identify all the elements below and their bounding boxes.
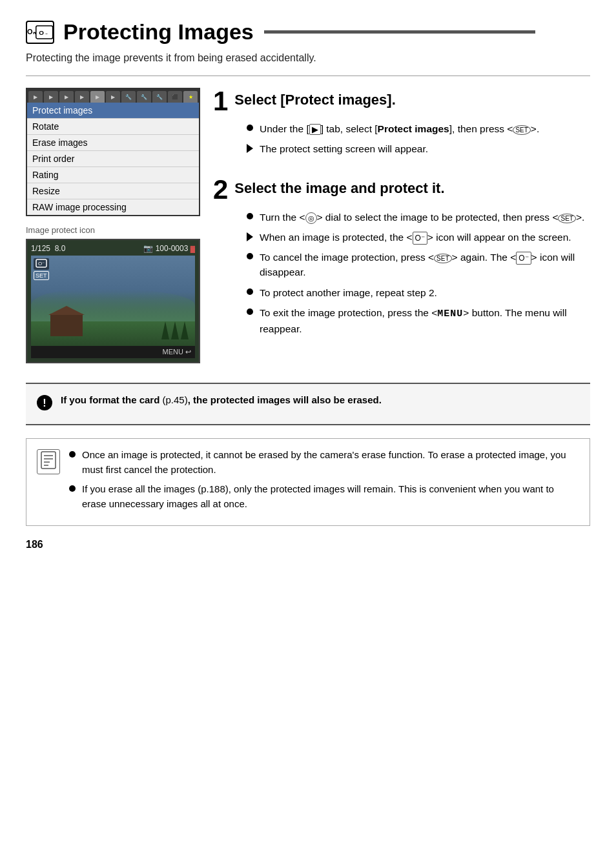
step-1-text-2: The protect setting screen will appear. xyxy=(260,141,590,156)
bullet-dot xyxy=(247,288,253,295)
camera-lcd: 1/125 8.0 📷 100-0003 ▓ xyxy=(26,239,200,363)
bullet-dot xyxy=(247,125,253,131)
menu-tab-10: ⬛ xyxy=(168,91,182,103)
main-layout: ▶ ▶ ▶ ▶ ▶ ▶ 🔧 🔧 🔧 ⬛ ★ Protect images Rot… xyxy=(26,88,590,363)
image-protect-label: Image protect icon xyxy=(26,225,200,235)
bullet-dot xyxy=(247,253,253,259)
section-divider xyxy=(26,76,590,76)
step-1: 1 Select [Protect images]. Under the [▶]… xyxy=(213,88,590,157)
note-text-1: Once an image is protected, it cannot be… xyxy=(82,448,579,477)
lcd-folder: 📷 100-0003 ▓ xyxy=(143,244,195,253)
step-2-text-3: To cancel the image protection, press <S… xyxy=(260,250,590,280)
page-subtitle: Protecting the image prevents it from be… xyxy=(26,52,590,64)
note-dot-2 xyxy=(69,485,76,492)
step-2-bullet-2: When an image is protected, the <O⁻> ico… xyxy=(247,230,590,245)
menu-item-raw[interactable]: RAW image processing xyxy=(27,199,199,215)
step-2-text-4: To protect another image, repeat step 2. xyxy=(260,285,590,300)
step-2-header: 2 Select the image and protect it. xyxy=(213,176,590,203)
lcd-tree-3 xyxy=(181,321,189,339)
menu-item-erase[interactable]: Erase images xyxy=(27,135,199,151)
svg-text:⁻: ⁻ xyxy=(45,32,48,37)
left-column: ▶ ▶ ▶ ▶ ▶ ▶ 🔧 🔧 🔧 ⬛ ★ Protect images Rot… xyxy=(26,88,200,363)
page-title: Protecting Images xyxy=(63,19,254,45)
title-rule xyxy=(264,30,535,34)
step-2-content: Turn the <◎> dial to select the image to… xyxy=(247,210,590,337)
note-content: Once an image is protected, it cannot be… xyxy=(69,448,579,516)
right-column: 1 Select [Protect images]. Under the [▶]… xyxy=(213,88,590,356)
lcd-protect-icon: O⁻ xyxy=(34,258,49,270)
bullet-dot xyxy=(247,213,253,219)
menu-item-rating[interactable]: Rating xyxy=(27,167,199,183)
note-bullet-2: If you erase all the images (p.188), onl… xyxy=(69,482,579,511)
svg-text:O: O xyxy=(39,28,44,35)
lcd-tree-2 xyxy=(171,321,179,339)
step-1-content: Under the [▶] tab, select [Protect image… xyxy=(247,121,590,157)
svg-text:O⁻: O⁻ xyxy=(38,261,45,267)
menu-tab-3: ▶ xyxy=(59,91,74,103)
note-icon xyxy=(37,449,60,474)
menu-tabs: ▶ ▶ ▶ ▶ ▶ ▶ 🔧 🔧 🔧 ⬛ ★ xyxy=(27,89,199,103)
page-number: 186 xyxy=(26,539,590,550)
menu-item-protect[interactable]: Protect images xyxy=(27,103,199,119)
warning-box: ! If you format the card (p.45), the pro… xyxy=(26,383,590,425)
title-icon: O ⁻ xyxy=(26,21,54,44)
menu-tab-6: ▶ xyxy=(106,91,120,103)
menu-item-rotate[interactable]: Rotate xyxy=(27,119,199,135)
step-2-text-2: When an image is protected, the <O⁻> ico… xyxy=(260,230,590,245)
menu-tab-4: ▶ xyxy=(75,91,89,103)
step-2-title: Select the image and protect it. xyxy=(234,176,444,197)
lcd-set-badge: SET xyxy=(34,271,49,280)
lcd-exposure: 1/125 8.0 xyxy=(31,244,65,253)
menu-tab-1: ▶ xyxy=(28,91,43,103)
bullet-arrow xyxy=(247,144,253,153)
warning-icon: ! xyxy=(36,394,53,415)
svg-rect-7 xyxy=(41,452,56,469)
lcd-bottom-bar: MENU ↩ xyxy=(31,346,195,358)
step-1-bullet-2: The protect setting screen will appear. xyxy=(247,141,590,156)
menu-tab-9: 🔧 xyxy=(152,91,167,103)
bullet-arrow xyxy=(247,232,253,241)
note-text-2: If you erase all the images (p.188), onl… xyxy=(82,482,579,511)
menu-screenshot: ▶ ▶ ▶ ▶ ▶ ▶ 🔧 🔧 🔧 ⬛ ★ Protect images Rot… xyxy=(26,88,200,216)
warning-text: If you format the card (p.45), the prote… xyxy=(61,393,382,408)
lcd-menu-button: MENU ↩ xyxy=(163,348,191,356)
lcd-barn xyxy=(50,314,83,336)
note-box: Once an image is protected, it cannot be… xyxy=(26,438,590,526)
menu-tab-8: 🔧 xyxy=(137,91,151,103)
menu-tab-2: ▶ xyxy=(44,91,58,103)
lcd-top-bar: 1/125 8.0 📷 100-0003 ▓ xyxy=(31,244,195,253)
step-2-bullet-4: To protect another image, repeat step 2. xyxy=(247,285,590,300)
menu-items-list: Protect images Rotate Erase images Print… xyxy=(27,103,199,215)
bullet-dot xyxy=(247,308,253,315)
step-2-bullet-3: To cancel the image protection, press <S… xyxy=(247,250,590,280)
step-2-bullet-5: To exit the image protection, press the … xyxy=(247,305,590,337)
menu-tab-star: ★ xyxy=(183,91,198,103)
note-dot-1 xyxy=(69,451,76,458)
step-1-header: 1 Select [Protect images]. xyxy=(213,88,590,115)
lcd-tree-1 xyxy=(161,321,169,339)
step-1-bullet-1: Under the [▶] tab, select [Protect image… xyxy=(247,121,590,136)
menu-item-resize[interactable]: Resize xyxy=(27,183,199,199)
lcd-image-area: O⁻ SET xyxy=(31,256,195,346)
step-2-bullet-1: Turn the <◎> dial to select the image to… xyxy=(247,210,590,225)
step-2-text-5: To exit the image protection, press the … xyxy=(260,305,590,337)
step-2: 2 Select the image and protect it. Turn … xyxy=(213,176,590,337)
step-1-text-1: Under the [▶] tab, select [Protect image… xyxy=(260,121,590,136)
menu-tab-5: ▶ xyxy=(90,91,105,103)
note-bullet-1: Once an image is protected, it cannot be… xyxy=(69,448,579,477)
menu-item-print[interactable]: Print order xyxy=(27,151,199,167)
page-header: O ⁻ Protecting Images xyxy=(26,19,590,45)
step-1-title: Select [Protect images]. xyxy=(234,88,395,108)
step-1-number: 1 xyxy=(213,88,228,115)
step-2-number: 2 xyxy=(213,176,228,203)
menu-tab-7: 🔧 xyxy=(121,91,136,103)
lcd-trees xyxy=(161,321,189,339)
svg-text:!: ! xyxy=(43,398,46,409)
step-2-text-1: Turn the <◎> dial to select the image to… xyxy=(260,210,590,225)
